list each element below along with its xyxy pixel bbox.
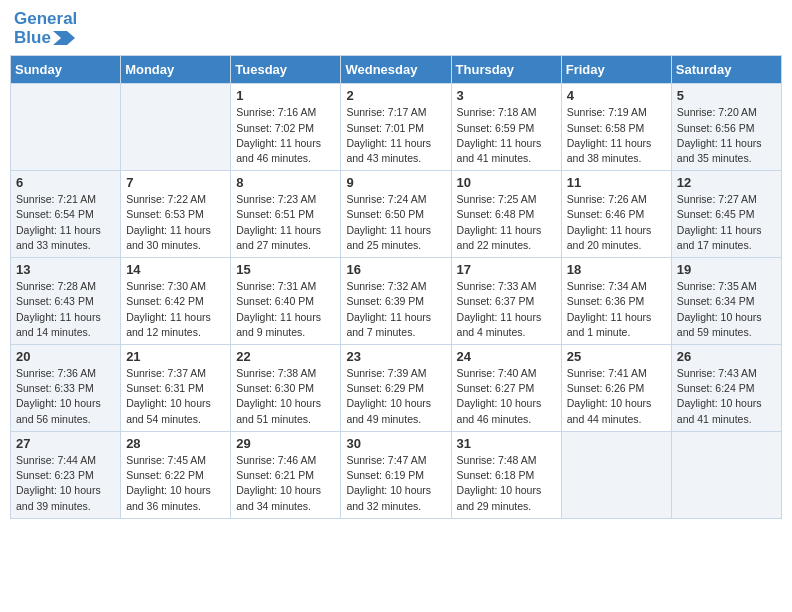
day-number: 30 [346, 436, 445, 451]
day-info: Sunrise: 7:44 AMSunset: 6:23 PMDaylight:… [16, 453, 115, 514]
day-info: Sunrise: 7:32 AMSunset: 6:39 PMDaylight:… [346, 279, 445, 340]
day-number: 26 [677, 349, 776, 364]
day-info: Sunrise: 7:48 AMSunset: 6:18 PMDaylight:… [457, 453, 556, 514]
day-number: 6 [16, 175, 115, 190]
day-number: 29 [236, 436, 335, 451]
calendar-cell: 19Sunrise: 7:35 AMSunset: 6:34 PMDayligh… [671, 258, 781, 345]
day-info: Sunrise: 7:16 AMSunset: 7:02 PMDaylight:… [236, 105, 335, 166]
day-number: 24 [457, 349, 556, 364]
weekday-header: Wednesday [341, 56, 451, 84]
day-number: 23 [346, 349, 445, 364]
calendar-cell: 18Sunrise: 7:34 AMSunset: 6:36 PMDayligh… [561, 258, 671, 345]
day-info: Sunrise: 7:34 AMSunset: 6:36 PMDaylight:… [567, 279, 666, 340]
calendar-cell: 12Sunrise: 7:27 AMSunset: 6:45 PMDayligh… [671, 171, 781, 258]
day-number: 3 [457, 88, 556, 103]
calendar-cell: 24Sunrise: 7:40 AMSunset: 6:27 PMDayligh… [451, 345, 561, 432]
calendar-cell: 13Sunrise: 7:28 AMSunset: 6:43 PMDayligh… [11, 258, 121, 345]
day-number: 22 [236, 349, 335, 364]
calendar-cell: 20Sunrise: 7:36 AMSunset: 6:33 PMDayligh… [11, 345, 121, 432]
day-number: 16 [346, 262, 445, 277]
day-info: Sunrise: 7:22 AMSunset: 6:53 PMDaylight:… [126, 192, 225, 253]
weekday-header: Tuesday [231, 56, 341, 84]
day-number: 10 [457, 175, 556, 190]
calendar-cell: 9Sunrise: 7:24 AMSunset: 6:50 PMDaylight… [341, 171, 451, 258]
day-info: Sunrise: 7:40 AMSunset: 6:27 PMDaylight:… [457, 366, 556, 427]
day-number: 21 [126, 349, 225, 364]
day-info: Sunrise: 7:33 AMSunset: 6:37 PMDaylight:… [457, 279, 556, 340]
day-info: Sunrise: 7:30 AMSunset: 6:42 PMDaylight:… [126, 279, 225, 340]
calendar-cell: 16Sunrise: 7:32 AMSunset: 6:39 PMDayligh… [341, 258, 451, 345]
day-info: Sunrise: 7:45 AMSunset: 6:22 PMDaylight:… [126, 453, 225, 514]
day-info: Sunrise: 7:36 AMSunset: 6:33 PMDaylight:… [16, 366, 115, 427]
day-info: Sunrise: 7:47 AMSunset: 6:19 PMDaylight:… [346, 453, 445, 514]
day-info: Sunrise: 7:19 AMSunset: 6:58 PMDaylight:… [567, 105, 666, 166]
calendar-cell [561, 431, 671, 518]
day-number: 27 [16, 436, 115, 451]
day-info: Sunrise: 7:35 AMSunset: 6:34 PMDaylight:… [677, 279, 776, 340]
calendar-cell [11, 84, 121, 171]
calendar-cell: 2Sunrise: 7:17 AMSunset: 7:01 PMDaylight… [341, 84, 451, 171]
day-number: 7 [126, 175, 225, 190]
logo-text: General [14, 10, 77, 29]
day-number: 13 [16, 262, 115, 277]
calendar-cell: 8Sunrise: 7:23 AMSunset: 6:51 PMDaylight… [231, 171, 341, 258]
calendar-cell: 1Sunrise: 7:16 AMSunset: 7:02 PMDaylight… [231, 84, 341, 171]
day-info: Sunrise: 7:20 AMSunset: 6:56 PMDaylight:… [677, 105, 776, 166]
calendar-week-row: 13Sunrise: 7:28 AMSunset: 6:43 PMDayligh… [11, 258, 782, 345]
day-info: Sunrise: 7:21 AMSunset: 6:54 PMDaylight:… [16, 192, 115, 253]
day-info: Sunrise: 7:18 AMSunset: 6:59 PMDaylight:… [457, 105, 556, 166]
svg-marker-0 [53, 31, 75, 45]
day-info: Sunrise: 7:39 AMSunset: 6:29 PMDaylight:… [346, 366, 445, 427]
day-info: Sunrise: 7:26 AMSunset: 6:46 PMDaylight:… [567, 192, 666, 253]
day-info: Sunrise: 7:41 AMSunset: 6:26 PMDaylight:… [567, 366, 666, 427]
calendar-cell: 25Sunrise: 7:41 AMSunset: 6:26 PMDayligh… [561, 345, 671, 432]
calendar-cell: 28Sunrise: 7:45 AMSunset: 6:22 PMDayligh… [121, 431, 231, 518]
calendar-cell: 4Sunrise: 7:19 AMSunset: 6:58 PMDaylight… [561, 84, 671, 171]
calendar-cell: 5Sunrise: 7:20 AMSunset: 6:56 PMDaylight… [671, 84, 781, 171]
calendar-week-row: 6Sunrise: 7:21 AMSunset: 6:54 PMDaylight… [11, 171, 782, 258]
calendar-cell: 21Sunrise: 7:37 AMSunset: 6:31 PMDayligh… [121, 345, 231, 432]
calendar-cell: 22Sunrise: 7:38 AMSunset: 6:30 PMDayligh… [231, 345, 341, 432]
day-number: 9 [346, 175, 445, 190]
day-number: 25 [567, 349, 666, 364]
day-info: Sunrise: 7:31 AMSunset: 6:40 PMDaylight:… [236, 279, 335, 340]
day-number: 31 [457, 436, 556, 451]
weekday-header: Saturday [671, 56, 781, 84]
day-info: Sunrise: 7:37 AMSunset: 6:31 PMDaylight:… [126, 366, 225, 427]
day-number: 8 [236, 175, 335, 190]
day-info: Sunrise: 7:38 AMSunset: 6:30 PMDaylight:… [236, 366, 335, 427]
day-info: Sunrise: 7:23 AMSunset: 6:51 PMDaylight:… [236, 192, 335, 253]
day-info: Sunrise: 7:46 AMSunset: 6:21 PMDaylight:… [236, 453, 335, 514]
day-info: Sunrise: 7:43 AMSunset: 6:24 PMDaylight:… [677, 366, 776, 427]
calendar-cell: 7Sunrise: 7:22 AMSunset: 6:53 PMDaylight… [121, 171, 231, 258]
calendar-table: SundayMondayTuesdayWednesdayThursdayFrid… [10, 55, 782, 518]
page-header: General Blue [10, 10, 782, 47]
day-info: Sunrise: 7:17 AMSunset: 7:01 PMDaylight:… [346, 105, 445, 166]
calendar-cell: 11Sunrise: 7:26 AMSunset: 6:46 PMDayligh… [561, 171, 671, 258]
calendar-cell: 15Sunrise: 7:31 AMSunset: 6:40 PMDayligh… [231, 258, 341, 345]
logo-text-blue: Blue [14, 29, 51, 48]
calendar-cell: 31Sunrise: 7:48 AMSunset: 6:18 PMDayligh… [451, 431, 561, 518]
logo: General Blue [14, 10, 77, 47]
day-number: 15 [236, 262, 335, 277]
day-number: 12 [677, 175, 776, 190]
day-number: 18 [567, 262, 666, 277]
day-number: 2 [346, 88, 445, 103]
calendar-cell: 29Sunrise: 7:46 AMSunset: 6:21 PMDayligh… [231, 431, 341, 518]
day-info: Sunrise: 7:25 AMSunset: 6:48 PMDaylight:… [457, 192, 556, 253]
calendar-cell: 27Sunrise: 7:44 AMSunset: 6:23 PMDayligh… [11, 431, 121, 518]
calendar-cell: 30Sunrise: 7:47 AMSunset: 6:19 PMDayligh… [341, 431, 451, 518]
day-number: 5 [677, 88, 776, 103]
day-number: 1 [236, 88, 335, 103]
calendar-cell: 17Sunrise: 7:33 AMSunset: 6:37 PMDayligh… [451, 258, 561, 345]
calendar-week-row: 27Sunrise: 7:44 AMSunset: 6:23 PMDayligh… [11, 431, 782, 518]
calendar-cell: 10Sunrise: 7:25 AMSunset: 6:48 PMDayligh… [451, 171, 561, 258]
day-info: Sunrise: 7:27 AMSunset: 6:45 PMDaylight:… [677, 192, 776, 253]
calendar-cell [121, 84, 231, 171]
day-number: 19 [677, 262, 776, 277]
calendar-week-row: 20Sunrise: 7:36 AMSunset: 6:33 PMDayligh… [11, 345, 782, 432]
weekday-header: Thursday [451, 56, 561, 84]
day-number: 20 [16, 349, 115, 364]
logo-arrow-icon [53, 29, 75, 47]
day-number: 17 [457, 262, 556, 277]
